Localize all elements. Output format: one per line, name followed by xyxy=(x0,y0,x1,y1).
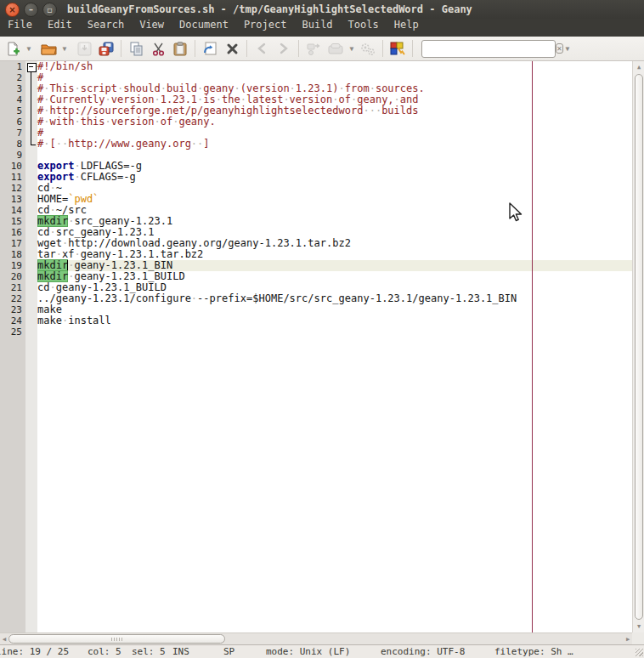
compile-button[interactable] xyxy=(302,38,325,60)
margin-filler xyxy=(0,338,25,632)
fold-margin xyxy=(25,216,37,227)
code-token: ·geany-1.23.1_BUILD xyxy=(68,270,184,282)
navigate-back-button[interactable] xyxy=(251,38,273,60)
open-file-button[interactable] xyxy=(37,38,59,60)
fold-toggle-icon[interactable] xyxy=(25,61,37,72)
line-number[interactable]: 20 xyxy=(0,271,25,282)
new-file-button[interactable] xyxy=(2,38,24,60)
resize-grip[interactable] xyxy=(636,649,643,656)
horizontal-scroll-thumb[interactable] xyxy=(8,634,225,644)
menu-help[interactable]: Help xyxy=(387,19,427,37)
window-minimize-button[interactable]: – xyxy=(24,3,38,17)
menu-view[interactable]: View xyxy=(132,19,172,37)
code-text[interactable]: make·install xyxy=(37,315,632,326)
build-dropdown[interactable]: ▼ xyxy=(347,38,357,60)
line-number[interactable]: 8 xyxy=(0,139,25,150)
menu-search[interactable]: Search xyxy=(80,19,132,37)
line-number[interactable]: 21 xyxy=(0,282,25,293)
line-number[interactable]: 16 xyxy=(0,227,25,238)
line-number[interactable]: 15 xyxy=(0,216,25,227)
execute-button[interactable] xyxy=(357,38,379,60)
line-number[interactable]: 14 xyxy=(0,205,25,216)
line-number[interactable]: 6 xyxy=(0,116,25,128)
line-number[interactable]: 13 xyxy=(0,194,25,205)
menu-file[interactable]: File xyxy=(0,19,40,37)
color-chooser-button[interactable] xyxy=(387,38,409,60)
line-number[interactable]: 25 xyxy=(0,326,25,338)
line-number[interactable]: 12 xyxy=(0,183,25,194)
code-line[interactable]: 13HOME=`pwd` xyxy=(0,194,632,205)
line-number[interactable]: 17 xyxy=(0,238,25,249)
menu-project[interactable]: Project xyxy=(236,19,295,37)
code-text[interactable]: export·CFLAGS=-g xyxy=(37,172,632,183)
line-number[interactable]: 2 xyxy=(0,72,25,83)
menu-document[interactable]: Document xyxy=(172,19,236,37)
close-icon xyxy=(226,43,239,55)
code-line[interactable]: 6#·with·this·version·of·geany. xyxy=(0,116,632,128)
save-all-button[interactable] xyxy=(95,38,117,60)
line-number[interactable]: 3 xyxy=(0,83,25,94)
window-close-button[interactable]: × xyxy=(5,3,20,17)
line-number[interactable]: 5 xyxy=(0,105,25,116)
code-line[interactable]: 24make·install xyxy=(0,315,632,326)
close-document-button[interactable] xyxy=(221,38,243,60)
save-button[interactable] xyxy=(73,38,95,60)
line-number[interactable]: 22 xyxy=(0,293,25,304)
scroll-down-arrow[interactable]: ▼ xyxy=(633,621,644,632)
vertical-scrollbar[interactable]: ▲ ▼ xyxy=(632,61,644,632)
search-input[interactable] xyxy=(426,42,556,56)
toolbar-search-entry[interactable]: ✕ xyxy=(421,40,556,58)
mouse-pointer xyxy=(508,202,523,223)
line-number[interactable]: 9 xyxy=(0,150,25,161)
code-token: #·[··http://www.geany.org··] xyxy=(37,138,210,150)
code-text[interactable]: #!/bin/sh xyxy=(37,61,632,72)
code-line[interactable]: 11export·CFLAGS=-g xyxy=(0,172,632,183)
navigate-forward-button[interactable] xyxy=(273,38,295,60)
menu-edit[interactable]: Edit xyxy=(40,19,80,37)
vertical-scroll-thumb[interactable] xyxy=(635,74,643,620)
code-line[interactable]: 25 xyxy=(0,326,632,338)
menu-build[interactable]: Build xyxy=(294,19,340,37)
cut-button[interactable] xyxy=(147,38,169,60)
editor-view[interactable]: 1#!/bin/sh2#3#·This·script·should·build·… xyxy=(0,61,632,632)
titlebar[interactable]: × – ▫ buildGeanyFromSources.sh - /tmp/Ge… xyxy=(0,0,644,19)
line-number[interactable]: 7 xyxy=(0,128,25,139)
line-number[interactable]: 1 xyxy=(0,61,25,72)
scroll-up-arrow[interactable]: ▲ xyxy=(633,61,644,73)
code-text[interactable]: #·with·this·version·of·geany. xyxy=(37,116,632,128)
code-text[interactable] xyxy=(37,326,632,338)
paste-button[interactable] xyxy=(169,38,191,60)
line-number[interactable]: 18 xyxy=(0,249,25,260)
line-number[interactable]: 23 xyxy=(0,304,25,315)
code-text[interactable]: cd·~ xyxy=(37,183,632,194)
save-icon xyxy=(77,42,92,56)
toolbar-overflow-button[interactable]: ▼ xyxy=(562,38,573,60)
horizontal-scrollbar[interactable]: ◀ ▶ xyxy=(0,632,632,644)
line-number[interactable]: 24 xyxy=(0,315,25,326)
build-button[interactable] xyxy=(325,38,347,60)
fold-margin xyxy=(25,205,37,216)
scroll-left-arrow[interactable]: ◀ xyxy=(0,633,8,645)
forward-arrow-icon xyxy=(278,43,290,54)
line-number[interactable]: 10 xyxy=(0,161,25,172)
code-text[interactable]: HOME=`pwd` xyxy=(37,194,632,205)
geany-window: × – ▫ buildGeanyFromSources.sh - /tmp/Ge… xyxy=(0,0,644,658)
code-line[interactable]: 22../geany-1.23.1/configure·--prefix=$HO… xyxy=(0,293,632,304)
scroll-right-arrow[interactable]: ▶ xyxy=(624,633,632,645)
code-text[interactable]: #·[··http://www.geany.org··] xyxy=(37,139,632,150)
new-file-dropdown[interactable]: ▼ xyxy=(24,38,34,60)
revert-button[interactable] xyxy=(199,38,221,60)
line-number[interactable]: 4 xyxy=(0,94,25,105)
code-text[interactable]: ../geany-1.23.1/configure·--prefix=$HOME… xyxy=(37,293,632,304)
editor-empty-area[interactable] xyxy=(0,338,632,632)
code-line[interactable]: 8#·[··http://www.geany.org··] xyxy=(0,139,632,150)
line-number[interactable]: 11 xyxy=(0,172,25,183)
open-file-dropdown[interactable]: ▼ xyxy=(59,38,70,60)
copy-button[interactable] xyxy=(125,38,147,60)
window-maximize-button[interactable]: ▫ xyxy=(42,3,57,17)
code-text[interactable]: make xyxy=(37,304,632,315)
status-field: sel: 5 xyxy=(132,646,166,658)
line-number[interactable]: 19 xyxy=(0,260,25,271)
menu-tools[interactable]: Tools xyxy=(341,19,387,37)
code-line[interactable]: 1#!/bin/sh xyxy=(0,61,632,72)
